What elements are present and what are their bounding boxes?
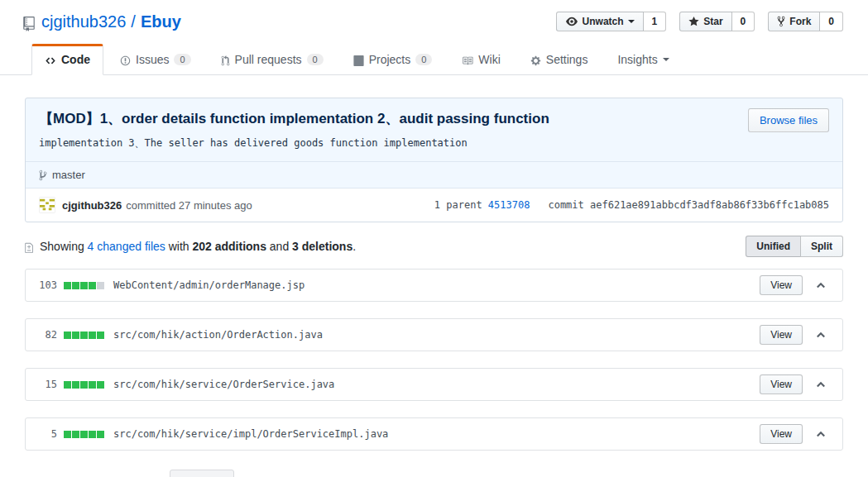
view-file-button[interactable]: View: [760, 424, 803, 444]
clipped-bottom-button[interactable]: [170, 470, 234, 477]
file-path-link[interactable]: src/com/hik/service/impl/OrderServiceImp…: [113, 428, 388, 440]
chevron-up-icon[interactable]: [816, 379, 826, 389]
wiki-book-icon: [462, 53, 473, 66]
summary-and: and: [266, 240, 292, 253]
additions-count: 202 additions: [192, 240, 266, 253]
tab-insights-label: Insights: [617, 53, 657, 66]
star-group: Star 0: [679, 12, 755, 31]
file-row: 15 src/com/hik/service/OrderService.java…: [25, 368, 843, 401]
main-content: 【MOD】1、order details function implementa…: [0, 98, 868, 451]
pull-request-icon: [221, 53, 230, 66]
commit-sha: aef621ae891abbcdf3adf8ab86f33b6ffc1ab085: [590, 199, 829, 211]
view-file-button[interactable]: View: [760, 374, 803, 394]
avatar[interactable]: [39, 197, 55, 213]
diffstat-block: [72, 332, 79, 339]
issue-icon: [120, 53, 131, 66]
diffstat-block: [80, 381, 88, 389]
projects-counter: 0: [415, 54, 432, 65]
stars-count[interactable]: 0: [732, 12, 755, 31]
diffstat-count: 15: [36, 379, 57, 390]
file-path-link[interactable]: WebContent/admin/orderManage.jsp: [113, 279, 305, 291]
diffstat-block: [80, 282, 88, 289]
split-button[interactable]: Split: [800, 236, 843, 257]
caret-down-icon: [663, 58, 669, 61]
tab-insights[interactable]: Insights: [604, 44, 682, 75]
diffstat-blocks: [64, 332, 105, 339]
tab-wiki[interactable]: Wiki: [448, 44, 513, 75]
parent-label: 1 parent: [434, 199, 488, 211]
diffstat-block: [80, 332, 88, 339]
tab-projects-label: Projects: [369, 53, 411, 66]
diffstat-block: [97, 282, 104, 289]
diff-view-toggle: Unified Split: [746, 236, 843, 257]
diffstat-count: 103: [36, 279, 57, 291]
commit-author-block: cjgithub326 committed 27 minutes ago: [39, 197, 252, 213]
diffstat-block: [97, 381, 104, 389]
diffstat-block: [64, 282, 71, 289]
watch-group: Unwatch 1: [556, 12, 667, 31]
diff-summary-bar: Showing 4 changed files with 202 additio…: [25, 236, 843, 257]
diffstat-block: [80, 431, 88, 438]
diffstat-block: [64, 332, 71, 339]
summary-with: with: [165, 240, 193, 253]
diffstat-block: [72, 381, 79, 389]
diffstat-block: [64, 431, 71, 438]
repo-name-link[interactable]: Ebuy: [141, 12, 181, 31]
chevron-up-icon[interactable]: [816, 280, 826, 290]
unified-button[interactable]: Unified: [746, 236, 800, 257]
project-icon: [353, 53, 364, 66]
repo-actions: Unwatch 1 Star 0 Fork 0: [543, 12, 843, 31]
file-row: 82 src/com/hik/action/OrderAction.java V…: [25, 318, 843, 351]
tab-settings[interactable]: Settings: [517, 44, 602, 75]
commit-title: 【MOD】1、order details function implementa…: [39, 109, 735, 129]
commit-sha-block: 1 parent 4513708commit aef621ae891abbcdf…: [434, 199, 829, 211]
branch-name[interactable]: master: [52, 169, 85, 181]
diffstat-count: 82: [36, 329, 57, 341]
commit-box: 【MOD】1、order details function implementa…: [25, 98, 843, 222]
repo-owner-link[interactable]: cjgithub326: [41, 12, 126, 31]
unwatch-button[interactable]: Unwatch: [556, 12, 644, 31]
eye-icon: [565, 16, 578, 27]
tab-wiki-label: Wiki: [478, 53, 500, 66]
diffstat-count: 5: [36, 428, 57, 440]
tab-code[interactable]: Code: [31, 44, 103, 75]
diffstat-blocks: [64, 381, 105, 389]
tab-code-label: Code: [61, 53, 90, 66]
star-button[interactable]: Star: [679, 12, 731, 31]
file-row: 103 WebContent/admin/orderManage.jsp Vie…: [25, 269, 843, 302]
file-path-link[interactable]: src/com/hik/action/OrderAction.java: [113, 329, 323, 341]
diffstat-block: [64, 381, 71, 389]
pull-requests-counter: 0: [307, 54, 324, 65]
commit-sha-label: commit: [548, 199, 590, 211]
commit-description: implementation 3、The seller has delivere…: [39, 136, 735, 150]
tab-settings-label: Settings: [546, 53, 588, 66]
parent-sha-link[interactable]: 4513708: [488, 199, 530, 211]
forks-count[interactable]: 0: [820, 12, 843, 31]
fork-icon: [777, 16, 785, 27]
file-path-link[interactable]: src/com/hik/service/OrderService.java: [113, 379, 334, 390]
code-icon: [45, 53, 56, 66]
page-header: cjgithub326 / Ebuy Unwatch 1 Star 0: [0, 0, 868, 41]
tab-pull-requests[interactable]: Pull requests 0: [208, 44, 337, 75]
fork-button[interactable]: Fork: [768, 12, 820, 31]
view-file-button[interactable]: View: [760, 275, 803, 295]
issues-counter: 0: [174, 54, 190, 65]
caret-down-icon: [628, 20, 635, 23]
view-file-button[interactable]: View: [760, 325, 803, 345]
repo-tabnav: Code Issues 0 Pull requests 0 Projects 0…: [0, 44, 868, 75]
browse-files-button[interactable]: Browse files: [748, 108, 829, 132]
commit-author-link[interactable]: cjgithub326: [62, 199, 122, 212]
tab-issues[interactable]: Issues 0: [107, 44, 204, 75]
commit-meta-row: cjgithub326 committed 27 minutes ago 1 p…: [26, 188, 842, 222]
diffstat-block: [97, 431, 104, 438]
watchers-count[interactable]: 1: [644, 12, 667, 31]
file-row: 5 src/com/hik/service/impl/OrderServiceI…: [25, 417, 843, 451]
repo-book-icon: [23, 13, 35, 32]
summary-period: .: [352, 240, 356, 253]
diffstat-block: [72, 431, 79, 438]
chevron-up-icon[interactable]: [816, 330, 826, 340]
tab-projects[interactable]: Projects 0: [340, 44, 446, 75]
chevron-up-icon[interactable]: [816, 429, 826, 439]
star-label: Star: [703, 16, 722, 27]
changed-files-link[interactable]: 4 changed files: [88, 240, 165, 253]
